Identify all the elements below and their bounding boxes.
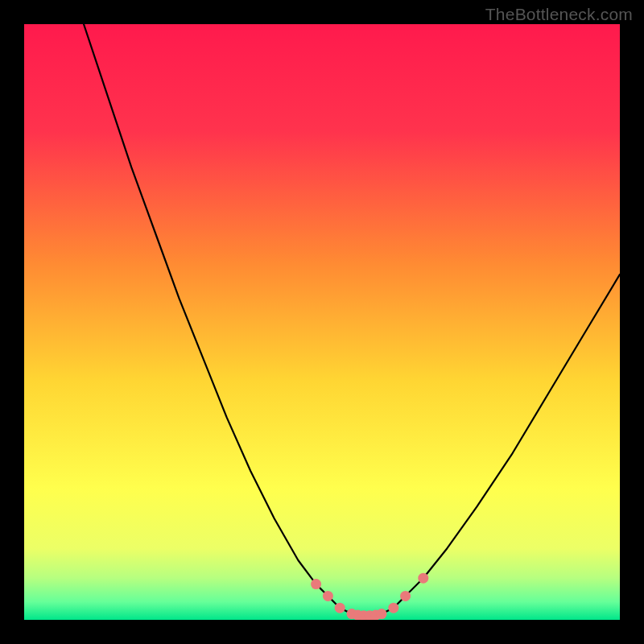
plot-area [24, 24, 620, 620]
marker-point [323, 591, 333, 601]
marker-point [335, 603, 345, 613]
marker-point [418, 573, 428, 584]
marker-point [311, 579, 321, 589]
plot-svg [24, 24, 620, 620]
marker-point [377, 609, 387, 619]
watermark-text: TheBottleneck.com [485, 5, 633, 24]
marker-point [388, 603, 398, 613]
marker-point [400, 591, 411, 601]
chart-frame: TheBottleneck.com [0, 0, 644, 644]
